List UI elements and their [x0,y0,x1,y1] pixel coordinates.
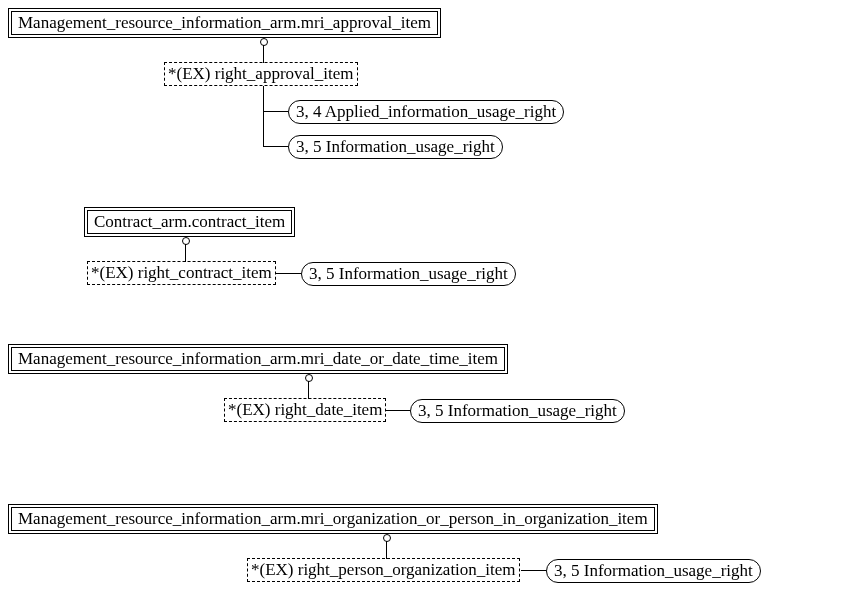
ex-box: *(EX) right_date_item [224,398,386,422]
entity-pill-label: 3, 5 Information_usage_right [309,264,508,283]
ex-box-label: *(EX) right_approval_item [168,64,354,83]
connector-line [185,244,186,262]
schema-box-label: Management_resource_information_arm.mri_… [11,11,438,35]
connector-line [263,146,288,147]
ex-box-label: *(EX) right_person_organization_item [251,560,516,579]
schema-box-label: Management_resource_information_arm.mri_… [11,347,505,371]
schema-box: Management_resource_information_arm.mri_… [8,8,441,38]
schema-box-label: Management_resource_information_arm.mri_… [11,507,655,531]
entity-pill-label: 3, 4 Applied_information_usage_right [296,102,556,121]
entity-pill: 3, 5 Information_usage_right [288,135,503,159]
entity-pill-label: 3, 5 Information_usage_right [418,401,617,420]
entity-pill: 3, 5 Information_usage_right [546,559,761,583]
connector-line [263,111,288,112]
connector-circle [305,374,313,382]
connector-circle [260,38,268,46]
ex-box: *(EX) right_approval_item [164,62,358,86]
connector-line [276,273,301,274]
connector-circle [383,534,391,542]
entity-pill-label: 3, 5 Information_usage_right [296,137,495,156]
schema-box: Management_resource_information_arm.mri_… [8,504,658,534]
entity-pill: 3, 5 Information_usage_right [301,262,516,286]
ex-box: *(EX) right_contract_item [87,261,276,285]
connector-line [386,541,387,559]
schema-box: Contract_arm.contract_item [84,207,295,237]
entity-pill-label: 3, 5 Information_usage_right [554,561,753,580]
connector-line [263,45,264,63]
entity-pill: 3, 5 Information_usage_right [410,399,625,423]
connector-line [308,381,309,399]
connector-line [385,410,410,411]
ex-box-label: *(EX) right_date_item [228,400,382,419]
entity-pill: 3, 4 Applied_information_usage_right [288,100,564,124]
schema-box: Management_resource_information_arm.mri_… [8,344,508,374]
ex-box-label: *(EX) right_contract_item [91,263,272,282]
connector-line [263,86,264,147]
ex-box: *(EX) right_person_organization_item [247,558,520,582]
connector-line [521,570,546,571]
schema-box-label: Contract_arm.contract_item [87,210,292,234]
connector-circle [182,237,190,245]
